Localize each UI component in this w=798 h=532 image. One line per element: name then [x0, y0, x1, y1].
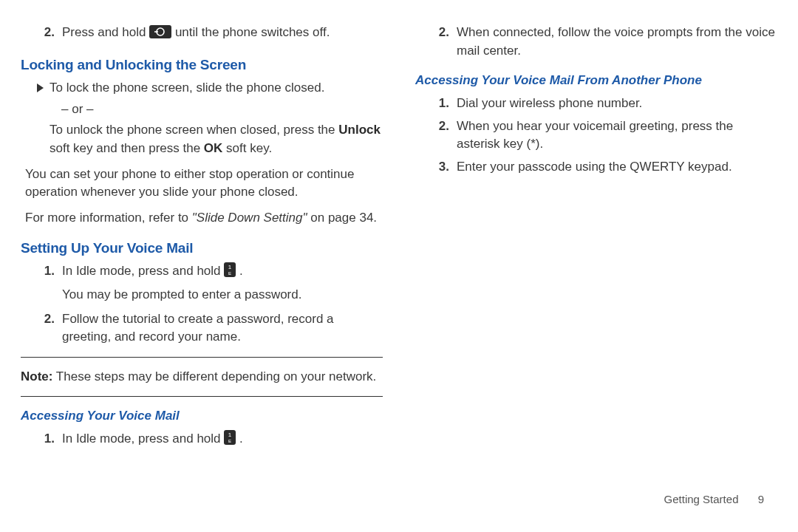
- text: In Idle mode, press and hold: [62, 264, 224, 278]
- list-number: 2.: [415, 24, 457, 60]
- right-column: 2. When connected, follow the voice prom…: [399, 22, 777, 517]
- manual-page: 2. Press and hold until the phone switch…: [0, 0, 798, 532]
- list-item: 2. When you hear your voicemail greeting…: [415, 117, 777, 154]
- bold-text: Unlock: [338, 123, 381, 137]
- svg-rect-0: [149, 25, 171, 38]
- text: on page 34.: [307, 211, 378, 225]
- text: To unlock the phone screen when closed, …: [50, 121, 383, 157]
- power-key-icon: [149, 25, 171, 44]
- bullet-text: To lock the phone screen, slide the phon…: [50, 79, 383, 158]
- note-label: Note:: [21, 369, 52, 383]
- one-key-icon: 1E: [224, 262, 236, 283]
- list-text: Follow the tutorial to create a password…: [62, 310, 383, 347]
- bullet-item: To lock the phone screen, slide the phon…: [21, 79, 383, 158]
- svg-text:E: E: [228, 271, 231, 276]
- list-number: 2.: [21, 24, 62, 44]
- text: To lock the phone screen, slide the phon…: [50, 79, 383, 98]
- list-text: Dial your wireless phone number.: [457, 95, 777, 113]
- list-item: 1. In Idle mode, press and hold 1E .: [21, 430, 383, 451]
- heading-access-other-phone: Accessing Your Voice Mail From Another P…: [415, 72, 777, 90]
- reference-title: "Slide Down Setting": [192, 211, 307, 225]
- heading-locking: Locking and Unlocking the Screen: [21, 55, 383, 75]
- list-number: 1.: [21, 430, 62, 451]
- reference-paragraph: For more information, refer to "Slide Do…: [25, 209, 383, 228]
- text: .: [239, 264, 243, 278]
- heading-voicemail-setup: Setting Up Your Voice Mail: [21, 238, 383, 259]
- divider: [21, 396, 383, 397]
- svg-text:E: E: [228, 439, 231, 443]
- list-item: 2. Follow the tutorial to create a passw…: [21, 310, 383, 347]
- list-item: 1. In Idle mode, press and hold 1E . You…: [21, 262, 383, 304]
- page-footer: Getting Started 9: [664, 493, 764, 505]
- paragraph: You can set your phone to either stop op…: [25, 166, 383, 202]
- list-item: 2. When connected, follow the voice prom…: [415, 24, 777, 60]
- text: You may be prompted to enter a password.: [62, 286, 383, 304]
- triangle-bullet-icon: [37, 83, 44, 92]
- section-name: Getting Started: [664, 493, 739, 505]
- list-number: 2.: [21, 310, 62, 347]
- text: For more information, refer to: [25, 211, 192, 225]
- list-item: 1. Dial your wireless phone number.: [415, 95, 777, 113]
- heading-access-voicemail: Accessing Your Voice Mail: [21, 407, 383, 426]
- left-column: 2. Press and hold until the phone switch…: [21, 22, 399, 517]
- page-number: 9: [758, 493, 764, 505]
- list-number: 3.: [415, 158, 457, 177]
- note-paragraph: Note: These steps may be different depen…: [21, 368, 383, 386]
- svg-text:1: 1: [228, 432, 232, 438]
- list-number: 1.: [415, 95, 457, 113]
- list-text: Press and hold until the phone switches …: [62, 24, 383, 44]
- or-text: – or –: [61, 100, 383, 119]
- one-key-icon: 1E: [224, 430, 236, 451]
- text: until the phone switches off.: [175, 25, 330, 39]
- list-item: 3. Enter your passcode using the QWERTY …: [415, 158, 777, 177]
- list-number: 2.: [415, 117, 457, 154]
- text: soft key.: [222, 141, 272, 155]
- text: To unlock the phone screen when closed, …: [50, 123, 338, 137]
- list-number: 1.: [21, 262, 62, 304]
- bold-text: OK: [204, 141, 223, 155]
- list-item: 2. Press and hold until the phone switch…: [21, 24, 383, 44]
- list-text: In Idle mode, press and hold 1E . You ma…: [62, 262, 383, 304]
- list-text: When connected, follow the voice prompts…: [457, 24, 777, 60]
- list-text: When you hear your voicemail greeting, p…: [457, 117, 777, 154]
- text: Press and hold: [62, 25, 149, 39]
- svg-text:1: 1: [228, 264, 232, 270]
- list-text: Enter your passcode using the QWERTY key…: [457, 158, 777, 177]
- text: soft key and then press the: [50, 141, 204, 155]
- text: In Idle mode, press and hold: [62, 432, 224, 446]
- divider: [21, 357, 383, 358]
- note-body: These steps may be different depending o…: [52, 369, 376, 383]
- list-text: In Idle mode, press and hold 1E .: [62, 430, 383, 451]
- text: .: [239, 432, 243, 446]
